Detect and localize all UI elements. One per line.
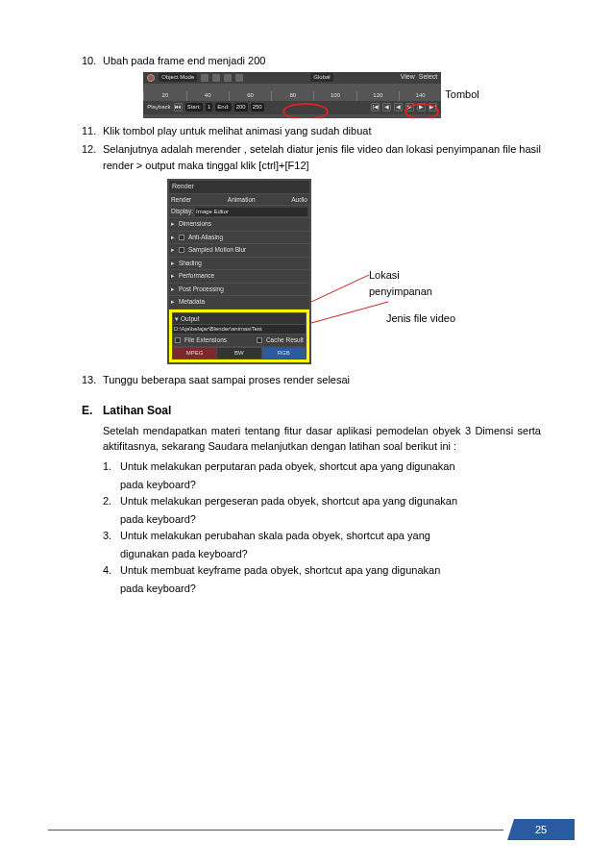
display-row: Display: Image Editor	[169, 206, 309, 217]
tick: 60	[229, 91, 271, 101]
anno-lokasi: Lokasi	[369, 267, 455, 284]
tick: 140	[399, 91, 441, 101]
play-reverse-icon: ◀	[394, 103, 403, 112]
question-1: 1. Untuk melakukan perputaran pada obyek…	[103, 459, 541, 475]
render-figure: Render Render Animation Audio Display: I…	[82, 179, 541, 364]
display-value: Image Editor	[195, 208, 307, 216]
format-rgb: RGB	[262, 348, 306, 359]
tool-icon	[235, 74, 243, 82]
step-number: 11.	[82, 123, 103, 139]
end-value: 200	[234, 103, 248, 112]
section-performance: Performance	[169, 270, 309, 283]
tick: 80	[271, 91, 313, 101]
q-text-cont: digunakan pada keyboard?	[120, 546, 541, 562]
q-text-cont: pada keyboard?	[120, 511, 541, 528]
question-4: 4. Untuk membuat keyframe pada obyek, sh…	[103, 562, 541, 579]
format-bw: BW	[217, 348, 260, 359]
section-metadata: Metadata	[169, 296, 309, 309]
output-highlight: ▾ Output D:\Aja\belajar\Blender\animasiT…	[169, 310, 309, 363]
output-path: D:\Aja\belajar\Blender\animasiTest	[173, 325, 306, 334]
step-number: 12.	[82, 141, 103, 173]
footer-rule	[48, 830, 503, 831]
render-panel: Render Render Animation Audio Display: I…	[167, 179, 311, 364]
annotation-tombol: Tombol	[445, 87, 478, 103]
page-number-box: 25	[507, 819, 575, 840]
step-text: Ubah pada frame end menjadi 200	[103, 53, 541, 69]
mode-dropdown: Object Mode	[159, 73, 197, 82]
menu-view: View	[401, 72, 415, 83]
q-text: Untuk membuat keyframe pada obyek, short…	[120, 562, 541, 579]
format-row: MPEG BW RGB	[173, 347, 306, 359]
q-text: Untuk melakukan perputaran pada obyek, s…	[120, 459, 541, 475]
timeline-figure: Object Mode Global View Select 20 40 60 …	[82, 72, 541, 118]
question-2: 2. Untuk melakukan pergeseran pada obyek…	[103, 493, 541, 509]
rewind-icon: ⏮	[174, 103, 183, 112]
tab-audio: Audio	[291, 195, 307, 205]
timeline-header: Object Mode Global View Select	[143, 72, 441, 84]
q-num: 4.	[103, 562, 120, 579]
q-text: Untuk melakukan pergeseran pada obyek, s…	[120, 493, 541, 509]
section-motionblur: Sampled Motion Blur	[169, 244, 309, 257]
step-number: 13.	[82, 372, 103, 388]
step-11: 11. Klik tombol play untuk melihat anima…	[82, 123, 541, 139]
section-shading: Shading	[169, 258, 309, 270]
section-antialiasing: Anti-Aliasing	[169, 232, 309, 244]
skip-back-icon: |◀	[371, 103, 380, 112]
display-label: Display:	[171, 207, 193, 216]
tool-icon	[212, 74, 220, 82]
intro-text: Setelah mendapatkan materi tentang fitur…	[103, 423, 541, 455]
playback-label: Playback	[147, 103, 170, 112]
start-value: 1	[206, 103, 212, 112]
q-num: 1.	[103, 459, 120, 475]
step-12: 12. Selanjutnya adalah merender , setela…	[82, 141, 541, 173]
page-content: 10. Ubah pada frame end menjadi 200 Obje…	[0, 0, 613, 635]
render-tabs: Render Animation Audio	[169, 194, 309, 206]
format-mpeg: MPEG	[173, 348, 216, 359]
highlight-end-frame	[282, 103, 329, 118]
step-13: 13. Tunggu beberapa saat sampai proses r…	[82, 372, 541, 388]
question-3: 3. Untuk melakukan perubahan skala pada …	[103, 528, 541, 544]
section-output: ▾ Output	[173, 313, 306, 325]
section-letter: E.	[82, 402, 103, 419]
timeline-panel: Object Mode Global View Select 20 40 60 …	[143, 72, 441, 118]
step-text: Selanjutnya adalah merender , setelah di…	[103, 141, 541, 173]
section-e-heading: E. Latihan Soal	[82, 402, 541, 419]
panel-title: Render	[169, 181, 309, 193]
menu-select: Select	[419, 72, 437, 83]
section-title: Latihan Soal	[103, 402, 171, 419]
anno-lokasi2: penyimpanan	[369, 284, 455, 300]
end-label: End:	[215, 103, 231, 112]
step-text: Klik tombol play untuk melihat animasi y…	[103, 123, 541, 139]
q-text-cont: pada keyboard?	[120, 581, 541, 597]
tab-animation: Animation	[228, 195, 256, 205]
tick: 100	[313, 91, 356, 101]
page-number: 25	[535, 824, 547, 835]
start-label: Start:	[185, 103, 203, 112]
q-text: Untuk melakukan perubahan skala pada oby…	[120, 528, 541, 544]
anno-jenisfile: Jenis file video	[386, 310, 455, 327]
section-postproc: Post Processing	[169, 284, 309, 296]
section-e-body: Setelah mendapatkan materi tentang fitur…	[103, 423, 541, 597]
svg-line-0	[311, 275, 369, 302]
current-frame: 250	[251, 103, 264, 112]
highlight-play-buttons	[405, 103, 439, 118]
tab-render: Render	[171, 195, 191, 205]
tick: 40	[186, 91, 229, 101]
tick: 120	[356, 91, 399, 101]
q-text-cont: pada keyboard?	[120, 477, 541, 493]
annotation-block: Lokasi penyimpanan Jenis file video	[369, 267, 455, 327]
tool-icon	[201, 74, 208, 82]
section-dimensions: Dimensions	[169, 218, 309, 231]
page-footer: 25	[48, 822, 575, 837]
step-10: 10. Ubah pada frame end menjadi 200	[82, 53, 541, 69]
q-num: 3.	[103, 528, 120, 544]
tick: 20	[143, 91, 185, 101]
prev-frame-icon: ◀	[382, 103, 391, 112]
record-icon	[147, 74, 155, 82]
step-text: Tunggu beberapa saat sampai proses rende…	[103, 372, 541, 388]
timeline-ruler: 20 40 60 80 100 120 140	[143, 84, 441, 101]
global-dropdown: Global	[310, 73, 332, 82]
tool-icon	[224, 74, 232, 82]
step-number: 10.	[82, 53, 103, 69]
output-opts: File Extensions Cache Result	[173, 335, 306, 346]
